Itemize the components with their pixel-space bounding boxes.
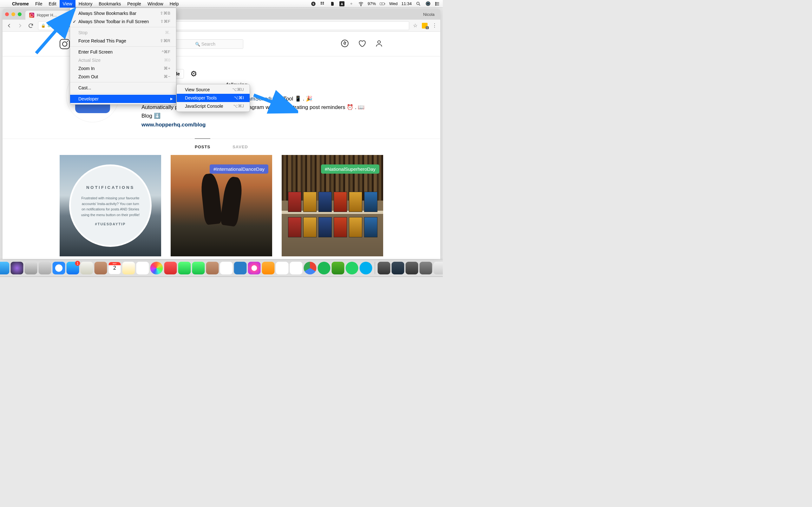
tab-posts[interactable]: POSTS	[195, 138, 210, 155]
dock-safari-icon[interactable]	[53, 262, 65, 274]
post1-tag: #TUESDAYTIP	[95, 222, 126, 226]
battery-charging-icon	[380, 1, 386, 7]
menu-zoom-in[interactable]: Zoom In⌘+	[70, 64, 176, 72]
post-thumbnail[interactable]: #NationalSuperheroDay	[282, 155, 383, 257]
dock-chrome-icon[interactable]	[304, 262, 316, 274]
siri-menubar-icon[interactable]	[425, 1, 431, 7]
profile-tabs: POSTS SAVED	[3, 138, 440, 155]
menu-separator	[70, 82, 176, 82]
svg-point-6	[417, 2, 419, 4]
menubar-bookmarks[interactable]: Bookmarks	[96, 0, 124, 8]
dock-trash-icon[interactable]	[434, 262, 443, 274]
spotlight-icon[interactable]	[415, 1, 421, 7]
dock-launchpad-icon[interactable]	[39, 262, 51, 274]
post1-title: NOTIFICATIONS	[86, 185, 135, 190]
menubar-day: Wed	[389, 1, 398, 6]
menubar-help[interactable]: Help	[166, 0, 182, 8]
svg-point-15	[341, 40, 348, 47]
dock-facetime-icon[interactable]	[192, 262, 205, 274]
svg-point-3	[361, 5, 361, 6]
dock-stack-icon[interactable]	[406, 262, 418, 274]
dock-news-icon[interactable]	[164, 262, 177, 274]
wifi-menubar-icon[interactable]	[358, 1, 364, 7]
bio-link[interactable]: www.hopperhq.com/blog	[142, 122, 206, 128]
dock-numbers-icon[interactable]	[220, 262, 233, 274]
dock-calendar-icon[interactable]: MAY2	[108, 262, 121, 274]
menu-developer-tools[interactable]: Developer Tools⌥⌘I	[177, 94, 250, 102]
svg-point-16	[378, 41, 380, 43]
page-content: 🔍 Search h hopperhq file ⚙ 353 posts 1,2…	[3, 32, 440, 259]
post3-hashtag: #NationalSuperheroDay	[321, 164, 379, 174]
dock-skype-icon[interactable]	[360, 262, 372, 274]
annotation-arrow-view	[33, 6, 87, 56]
menubar-window[interactable]: Window	[144, 0, 166, 8]
dock-finder-icon[interactable]	[0, 262, 9, 274]
svg-point-12	[436, 2, 436, 3]
dock-contacts-icon[interactable]	[95, 262, 107, 274]
dock-books-icon[interactable]	[262, 262, 275, 274]
dock-stack-icon[interactable]	[392, 262, 404, 274]
menu-view-source[interactable]: View Source⌥⌘U	[177, 86, 250, 94]
svg-text:S: S	[312, 2, 314, 5]
adobe-menubar-icon[interactable]	[339, 1, 345, 7]
settings-gear-icon[interactable]: ⚙	[190, 69, 197, 78]
dock-evernote-icon[interactable]	[332, 262, 345, 274]
dock-siri-icon[interactable]	[11, 262, 23, 274]
svg-point-14	[436, 5, 436, 5]
search-input[interactable]: 🔍 Search	[167, 39, 243, 49]
forward-button	[16, 22, 23, 29]
dock-bear-icon[interactable]	[290, 262, 303, 274]
explore-icon[interactable]	[341, 39, 349, 49]
dock-messages-icon[interactable]	[178, 262, 191, 274]
menu-actual-size: Actual Size⌘0	[70, 56, 176, 64]
tab-saved[interactable]: SAVED	[233, 139, 248, 155]
post-grid: NOTIFICATIONS Frustrated with missing yo…	[3, 155, 440, 257]
chrome-menu-icon[interactable]: ⋮	[432, 22, 437, 29]
post1-body: Frustrated with missing your favourite a…	[80, 195, 141, 218]
dock-notes-icon[interactable]	[122, 262, 135, 274]
dock-photos-icon[interactable]	[150, 262, 163, 274]
evernote-menubar-icon[interactable]	[329, 1, 335, 7]
menu-javascript-console[interactable]: JavaScript Console⌥⌘J	[177, 102, 250, 110]
activity-heart-icon[interactable]	[358, 39, 366, 49]
dropbox-menubar-icon[interactable]	[320, 1, 326, 7]
search-icon: 🔍	[195, 42, 201, 47]
post-thumbnail[interactable]: NOTIFICATIONS Frustrated with missing yo…	[60, 155, 161, 257]
chrome-profile-name[interactable]: Nicola	[420, 12, 438, 17]
dock-preview-icon[interactable]	[81, 262, 93, 274]
dock-reminders-icon[interactable]	[136, 262, 149, 274]
menu-zoom-out[interactable]: Zoom Out⌘−	[70, 72, 176, 81]
window-traffic-lights[interactable]	[5, 12, 21, 16]
dock-itunes-icon[interactable]	[248, 262, 261, 274]
bookmark-star-icon[interactable]: ☆	[413, 22, 417, 29]
dock-dropbox-icon[interactable]	[276, 262, 289, 274]
bluetooth-menubar-icon[interactable]: ⌖	[349, 1, 354, 7]
dock-spotify-icon[interactable]	[318, 262, 331, 274]
dock-whatsapp-icon[interactable]	[346, 262, 358, 274]
notification-center-icon[interactable]	[435, 1, 440, 7]
dock-separator	[375, 262, 375, 274]
macos-dock: 1 MAY2	[0, 260, 443, 276]
dock-clipboard-icon[interactable]	[206, 262, 219, 274]
dock-trello-icon[interactable]	[234, 262, 247, 274]
svg-point-13	[436, 3, 436, 4]
post-thumbnail[interactable]: #InternationalDanceDay	[171, 155, 272, 257]
developer-submenu: View Source⌥⌘U Developer Tools⌥⌘I JavaSc…	[176, 84, 250, 112]
menubar-time: 11:34	[401, 1, 412, 6]
profile-icon[interactable]	[375, 39, 383, 49]
extension-icon[interactable]	[422, 23, 427, 29]
dock-downloads-icon[interactable]	[420, 262, 432, 274]
menu-separator	[70, 93, 176, 94]
dock-appstore-icon[interactable]: 1	[67, 262, 79, 274]
battery-percent: 97%	[368, 1, 376, 6]
menubar-app[interactable]: Chrome	[9, 0, 32, 8]
annotation-arrow-devtools	[251, 89, 298, 114]
svg-rect-5	[385, 3, 385, 4]
dock-stack-icon[interactable]	[378, 262, 391, 274]
menu-developer[interactable]: Developer	[70, 95, 176, 103]
menubar-people[interactable]: People	[124, 0, 144, 8]
back-button[interactable]	[6, 22, 13, 29]
menu-cast[interactable]: Cast...	[70, 83, 176, 92]
dock-system-preferences-icon[interactable]	[25, 262, 38, 274]
skype-menubar-icon[interactable]: S	[310, 1, 316, 7]
